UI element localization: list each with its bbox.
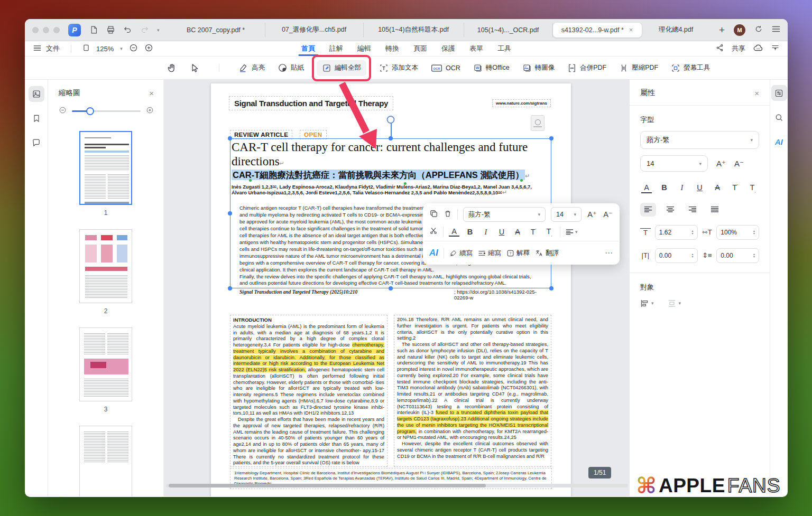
bold-button[interactable]: B xyxy=(659,183,670,193)
bold-button[interactable]: B xyxy=(465,228,475,236)
horizontal-scrollbar[interactable] xyxy=(166,484,628,487)
share-icon[interactable] xyxy=(716,44,724,53)
font-size-select[interactable]: 14▾ xyxy=(551,207,582,222)
font-family-select[interactable]: 蘋方-繁▾ xyxy=(640,131,759,149)
undo-icon[interactable] xyxy=(123,25,132,34)
history-chevron-icon[interactable]: ▾ xyxy=(157,27,160,33)
align-justify-button[interactable] xyxy=(707,203,723,217)
ai-explain-button[interactable]: ?解釋 xyxy=(506,249,530,258)
doi-link[interactable]: ; https://doi.org/10.1038/s41392-025-022… xyxy=(454,289,549,301)
open-access-block[interactable]: OPEN xyxy=(300,130,327,139)
journal-url-block[interactable]: www.nature.com/sigtrans xyxy=(492,99,551,107)
pdf-page[interactable]: Signal Transduction and Targeted Therapy… xyxy=(211,83,571,496)
minimize-window-button[interactable] xyxy=(43,27,49,33)
step-down-icon[interactable]: ▾ xyxy=(753,232,755,235)
properties-rail-icon[interactable] xyxy=(771,85,787,101)
font-size-select[interactable]: 14▾ xyxy=(640,155,708,172)
page-thumbnail-4[interactable] xyxy=(79,426,132,496)
zoom-out-icon[interactable] xyxy=(129,43,138,54)
body-column-right[interactable]: 20%.18 Therefore, R/R AML remains an unm… xyxy=(394,315,551,467)
align-center-button[interactable] xyxy=(662,203,678,217)
doc-tab-2[interactable]: 07_選修化學...ch5.pdf xyxy=(265,23,364,37)
share-label[interactable]: 共享 xyxy=(732,44,745,53)
ocr-tool[interactable]: OCR OCR xyxy=(431,63,460,73)
article-type-block[interactable]: REVIEW ARTICLE xyxy=(230,130,292,139)
cut-icon[interactable] xyxy=(429,227,438,237)
zoom-in-icon[interactable] xyxy=(144,43,153,54)
document-viewport[interactable]: Signal Transduction and Targeted Therapy… xyxy=(164,80,629,496)
subscript-button[interactable]: T, xyxy=(748,183,758,193)
maximize-window-button[interactable] xyxy=(53,27,60,33)
comments-panel-icon[interactable] xyxy=(29,135,44,151)
add-text-tool[interactable]: 添加文本 xyxy=(379,63,418,73)
increase-font-icon[interactable]: A⁺ xyxy=(587,210,597,219)
convert-to-office-tool[interactable]: W 轉Office xyxy=(473,63,510,73)
step-down-icon[interactable]: ▾ xyxy=(691,256,693,258)
thumb-zoom-out-icon[interactable] xyxy=(59,106,67,116)
doc-tab-6[interactable]: 理化總4.pdf xyxy=(642,23,710,37)
close-window-button[interactable] xyxy=(32,27,39,33)
tab-annotate[interactable]: 註解 xyxy=(329,41,343,56)
ai-assistant-icon[interactable]: AI xyxy=(429,248,438,258)
delete-icon[interactable] xyxy=(444,209,452,220)
superscript-button[interactable]: T' xyxy=(730,183,741,193)
merge-pdf-tool[interactable]: 合併PDF xyxy=(567,63,606,73)
close-sidebar-icon[interactable]: × xyxy=(149,89,154,98)
search-icon[interactable] xyxy=(771,109,787,125)
subscript-button[interactable]: T, xyxy=(544,227,555,237)
page-thumbnail-1[interactable]: 1 xyxy=(79,131,132,217)
italic-button[interactable]: I xyxy=(481,228,491,237)
bookmarks-panel-icon[interactable] xyxy=(29,110,44,126)
align-right-button[interactable] xyxy=(685,203,700,217)
hand-tool-icon[interactable] xyxy=(167,63,177,73)
edit-all-button[interactable]: 編輯全部 xyxy=(317,60,366,76)
scrollbar-thumb[interactable] xyxy=(169,484,486,487)
object-align-button[interactable]: ▾ xyxy=(640,299,654,307)
article-title[interactable]: CAR-T cell therapy for cancer: current c… xyxy=(232,140,549,171)
compress-pdf-tool[interactable]: 壓縮PDF xyxy=(619,63,658,73)
font-color-button[interactable]: A xyxy=(449,227,459,237)
main-menu-icon[interactable] xyxy=(772,25,780,35)
convert-to-image-tool[interactable]: 轉圖像 xyxy=(522,63,555,73)
citation-line[interactable]: Signal Transduction and Targeted Therapy… xyxy=(239,289,549,295)
collapse-toolbar-icon[interactable] xyxy=(771,44,779,53)
doc-tab-4[interactable]: 105(1~4)..._OCR.pdf xyxy=(464,23,553,37)
close-properties-icon[interactable]: × xyxy=(754,89,759,98)
strikethrough-button[interactable]: A xyxy=(712,183,723,193)
ai-more-icon[interactable]: ⋯ xyxy=(605,248,613,258)
font-family-select[interactable]: 蘋方-繁▾ xyxy=(463,207,546,222)
tab-page[interactable]: 頁面 xyxy=(413,41,427,56)
align-left-button[interactable] xyxy=(640,203,656,217)
tab-protect[interactable]: 保護 xyxy=(441,41,455,56)
doc-tab-3[interactable]: 105(1~4)自然科題本.pdf xyxy=(364,23,464,37)
tab-tools[interactable]: 工具 xyxy=(497,41,511,56)
sync-icon[interactable] xyxy=(754,25,763,35)
underline-button[interactable]: U xyxy=(496,228,507,236)
ai-sidebar-icon[interactable]: AI xyxy=(771,134,787,149)
thumbnails-panel-icon[interactable] xyxy=(29,86,44,102)
zoom-chevron-icon[interactable]: ▾ xyxy=(120,46,123,51)
decrease-font-icon[interactable]: A⁻ xyxy=(734,159,744,168)
account-avatar[interactable]: M xyxy=(734,24,745,36)
font-color-button[interactable]: A xyxy=(641,183,652,193)
tab-convert[interactable]: 轉換 xyxy=(385,41,399,56)
body-column-left[interactable]: INTRODUCTION Acute myeloid leukemia (AML… xyxy=(230,315,387,467)
ai-continue-writing-button[interactable]: 續寫 xyxy=(449,249,473,258)
article-subtitle-zh[interactable]: CAR-T細胞療法對抗癌症：當前挑戰與未來方向（APPLEFANS 測試使用）↵ xyxy=(232,170,530,181)
new-document-icon[interactable] xyxy=(89,25,98,34)
align-menu-button[interactable]: ▾ xyxy=(566,229,578,236)
step-down-icon[interactable]: ▾ xyxy=(753,256,755,258)
page-thumbnail-3[interactable]: 3 xyxy=(79,327,132,413)
strikethrough-button[interactable]: A xyxy=(512,228,523,236)
copy-icon[interactable] xyxy=(429,209,438,220)
screen-tools[interactable]: 螢幕工具 xyxy=(671,63,710,73)
journal-header-block[interactable]: Signal Transduction and Targeted Therapy xyxy=(229,96,393,110)
line-height-input[interactable]: 1.62▴▾ xyxy=(655,225,698,240)
superscript-button[interactable]: T' xyxy=(528,228,539,236)
line-spacing-input[interactable]: 0.00▴▾ xyxy=(716,248,759,263)
print-icon[interactable] xyxy=(106,25,115,34)
doc-tab-active[interactable]: s41392-02...9-w.pdf *× xyxy=(553,23,642,37)
tab-close-icon[interactable]: × xyxy=(629,26,633,34)
horizontal-scale-input[interactable]: 100%▴▾ xyxy=(716,225,759,240)
zoom-level-value[interactable]: 125% xyxy=(96,45,114,53)
